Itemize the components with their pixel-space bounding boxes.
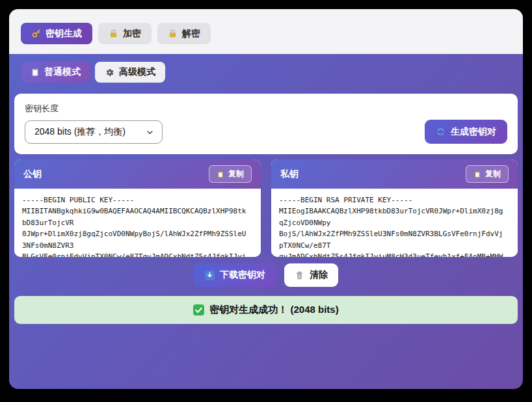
mode-label: 普通模式 xyxy=(44,66,81,78)
key-length-selected-value: 2048 bits (推荐，均衡) xyxy=(34,126,126,138)
mode-label: 高级模式 xyxy=(119,66,155,78)
trash-icon xyxy=(295,271,304,280)
tab-decrypt[interactable]: 解密 xyxy=(157,23,211,44)
download-keypair-label: 下载密钥对 xyxy=(220,269,265,281)
clear-label: 清除 xyxy=(310,269,328,281)
mode-normal-button[interactable]: 普通模式 xyxy=(21,62,90,83)
actions-row: 下载密钥对 清除 xyxy=(14,263,518,287)
refresh-icon xyxy=(436,127,446,137)
private-key-panel: 私钥 复制 -----BEGIN RSA PRIVATE KEY----- MI… xyxy=(271,159,518,257)
mode-row: 普通模式 高级模式 xyxy=(21,62,518,83)
key-icon xyxy=(31,29,41,38)
public-key-title: 公钥 xyxy=(23,168,42,180)
lock-icon xyxy=(168,29,178,38)
tab-label: 密钥生成 xyxy=(46,28,82,40)
key-length-group: 密钥长度 2048 bits (推荐，均衡) xyxy=(25,103,163,144)
mode-advanced-button[interactable]: 高级模式 xyxy=(95,62,165,83)
tab-key-generation[interactable]: 密钥生成 xyxy=(21,23,92,44)
clear-button[interactable]: 清除 xyxy=(284,263,338,287)
copy-label: 复制 xyxy=(228,168,244,180)
lock-icon xyxy=(109,29,118,38)
copy-private-key-button[interactable]: 复制 xyxy=(466,165,509,183)
chevron-down-icon xyxy=(146,128,154,137)
clipboard-icon xyxy=(217,170,224,178)
tab-label: 加密 xyxy=(123,28,141,40)
tab-bar: 密钥生成 加密 解密 xyxy=(9,9,523,54)
tab-encrypt[interactable]: 加密 xyxy=(98,23,152,44)
public-key-panel: 公钥 复制 -----BEGIN PUBLIC KEY----- MIIBITA… xyxy=(14,159,261,257)
public-key-textarea[interactable]: -----BEGIN PUBLIC KEY----- MIIBITANBgkqh… xyxy=(14,189,261,257)
public-key-header: 公钥 复制 xyxy=(14,159,261,189)
generate-keypair-label: 生成密钥对 xyxy=(451,126,496,138)
gear-icon xyxy=(105,68,114,77)
status-message: 密钥对生成成功！ (2048 bits) xyxy=(209,304,338,316)
tab-label: 解密 xyxy=(182,28,200,40)
status-bar: 密钥对生成成功！ (2048 bits) xyxy=(14,296,518,324)
copy-label: 复制 xyxy=(485,168,501,180)
generate-keypair-button[interactable]: 生成密钥对 xyxy=(425,120,507,144)
check-icon xyxy=(193,304,204,315)
clipboard-icon xyxy=(473,170,481,178)
private-key-title: 私钥 xyxy=(280,168,299,180)
app-window: 密钥生成 加密 解密 普通模式 xyxy=(9,9,523,389)
private-key-textarea[interactable]: -----BEGIN RSA PRIVATE KEY----- MIIEogIB… xyxy=(271,189,518,257)
copy-public-key-button[interactable]: 复制 xyxy=(209,165,252,183)
main-area: 普通模式 高级模式 密钥长度 2048 bits (推荐，均衡) xyxy=(9,54,523,389)
key-config-card: 密钥长度 2048 bits (推荐，均衡) 生成密钥对 xyxy=(14,94,518,154)
key-length-label: 密钥长度 xyxy=(25,103,163,114)
private-key-header: 私钥 复制 xyxy=(271,159,518,189)
key-length-select[interactable]: 2048 bits (推荐，均衡) xyxy=(25,120,163,144)
download-icon xyxy=(205,271,215,280)
download-keypair-button[interactable]: 下载密钥对 xyxy=(194,263,276,287)
keys-row: 公钥 复制 -----BEGIN PUBLIC KEY----- MIIBITA… xyxy=(14,159,518,257)
clipboard-icon xyxy=(31,68,40,77)
